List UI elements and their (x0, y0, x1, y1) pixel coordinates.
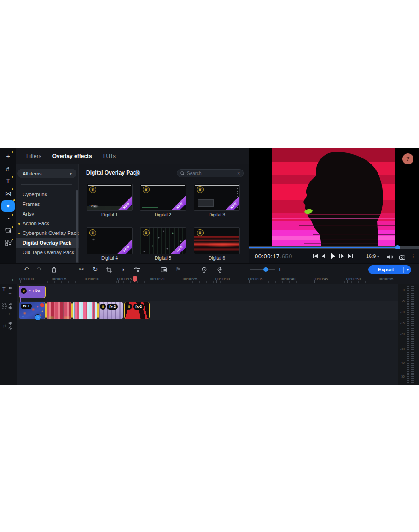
play-button[interactable] (331, 253, 335, 259)
clip-properties-button[interactable] (131, 264, 142, 275)
split-button[interactable]: ✂ (76, 264, 87, 275)
premium-crown-icon: ♛ (197, 229, 204, 236)
audio-button[interactable]: ♬ (0, 163, 16, 174)
premium-crown-icon: ♛ (89, 229, 96, 236)
clear-search-icon[interactable]: × (237, 171, 240, 176)
redo-button[interactable]: ↷ (34, 264, 45, 275)
marker-button[interactable]: ⚑ (173, 264, 184, 275)
premium-crown-icon: ♛ (197, 186, 204, 193)
export-button[interactable]: Export ▾ (368, 265, 411, 274)
chevron-down-icon: ▾ (405, 265, 411, 274)
titles-button[interactable]: T (0, 175, 16, 187)
voiceover-button[interactable] (214, 264, 225, 275)
skip-to-end-button[interactable] (348, 254, 353, 258)
zoom-out-button[interactable]: − (239, 264, 250, 275)
import-media-button[interactable]: + (0, 151, 16, 162)
video-track-arrow-icon[interactable]: ← (8, 311, 12, 316)
title-clip-like[interactable]: ♛ ◔ Like (19, 286, 46, 298)
timecode: 00:00:17.650 (255, 253, 292, 260)
effect-thumb-digital-1[interactable]: ∿∿ ♛ NEW (87, 184, 133, 211)
preview-menu-button[interactable]: ⋮ (410, 252, 416, 259)
audio-mute-icon[interactable] (8, 322, 12, 326)
timeline-zoom-slider[interactable] (250, 269, 275, 270)
tab-filters[interactable]: Filters (26, 153, 41, 159)
crop-icon (106, 267, 112, 273)
effect-store-button[interactable] (0, 226, 16, 237)
filter-dropdown[interactable]: All items ▾ (17, 169, 76, 178)
search-icon (180, 171, 185, 175)
audio-record-disabled-icon[interactable] (8, 326, 12, 332)
notification-dot (12, 214, 13, 216)
audio-track-icon: ♫ (2, 323, 6, 328)
effect-thumb-digital-6[interactable]: ♛ (194, 227, 240, 254)
zoom-slider-knob[interactable] (263, 267, 268, 272)
effect-thumb-digital-5[interactable]: ♛ NEW (140, 227, 186, 254)
notification-dot (12, 239, 13, 240)
category-list: Cyberpunk Frames Artsy Action Pack Cyber… (16, 190, 79, 257)
video-clip-1[interactable]: fx·1 ♪ (19, 302, 46, 319)
transitions-button[interactable]: ⋈ (0, 188, 16, 199)
zoom-in-button[interactable]: + (274, 264, 285, 275)
video-mute-icon[interactable] (8, 306, 12, 310)
effect-thumb-digital-4[interactable]: ♛ NEW (87, 227, 133, 254)
overlay-button[interactable] (158, 264, 169, 275)
title-sync-icon[interactable]: ↔ (8, 291, 12, 295)
notification-dot (12, 176, 13, 178)
webcam-record-button[interactable] (198, 264, 210, 275)
fx-badge: fx·2 (107, 304, 118, 310)
extensions-button[interactable] (0, 238, 16, 249)
category-item-frames[interactable]: Frames (16, 199, 79, 209)
toolbar: ↶ ↷ ✂ ↻ ◑ ⚑ − (0, 263, 419, 275)
aspect-ratio-dropdown[interactable]: 16:9 ▾ (366, 253, 379, 259)
category-item-old-tape-overlay-pack[interactable]: Old Tape Overlay Pack (16, 248, 79, 257)
tab-overlay-effects[interactable]: Overlay effects (52, 153, 92, 159)
search-input[interactable] (187, 171, 235, 176)
thumb-label: Digital 5 (140, 256, 186, 261)
category-item-action-pack[interactable]: Action Pack (16, 219, 79, 228)
volume-button[interactable] (387, 253, 393, 262)
more-tools-button[interactable]: ◔ (0, 213, 16, 224)
undo-button[interactable]: ↶ (21, 264, 32, 275)
category-item-cyberpunk-overlay-pack[interactable]: Cyberpunk Overlay Pack (16, 228, 79, 238)
playhead-line[interactable] (135, 284, 135, 385)
notification-dot (12, 226, 13, 228)
category-item-cyberpunk[interactable]: Cyberpunk (16, 190, 79, 199)
effect-thumb-digital-3[interactable]: ♛ NEW (194, 184, 240, 211)
title-visibility-icon[interactable] (8, 286, 13, 291)
skip-to-start-button[interactable] (313, 254, 318, 258)
color-adjustments-button[interactable]: ◑ (117, 264, 128, 275)
speaker-icon (387, 254, 393, 260)
sliders-icon (134, 267, 140, 272)
crop-button[interactable] (104, 264, 115, 275)
delete-button[interactable] (48, 264, 59, 275)
help-button[interactable]: ? (402, 153, 413, 164)
pack-help-icon[interactable]: ? (133, 170, 140, 176)
clock-pie-icon: ◔ (6, 215, 10, 222)
category-panel: All items ▾ Cyberpunk Frames Artsy Actio… (16, 164, 79, 263)
timecode-ms: .650 (280, 253, 292, 260)
effect-thumb-digital-2[interactable]: ♛ NEW (140, 184, 186, 211)
video-clip-2[interactable] (46, 302, 72, 319)
timeline-ruler[interactable]: ≡+ 00:00:00 00:00:05 00:00:10 00:00:15 0… (0, 275, 419, 284)
preview-panel: ? 00:00:17.650 16:9 ▾ (249, 148, 419, 263)
category-item-digital-overlay-pack[interactable]: Digital Overlay Pack (16, 238, 79, 248)
rotate-button[interactable]: ↻ (90, 264, 101, 275)
effects-button-active[interactable]: ✦ (1, 200, 15, 212)
video-clip-4[interactable]: ♛fx·2 (98, 302, 123, 319)
notification-dot (12, 151, 13, 153)
linked-audio-icon[interactable]: ♪ (35, 314, 41, 321)
add-track-button[interactable]: ≡+ (4, 276, 13, 283)
effects-tabbar: Filters Overlay effects LUTs (16, 148, 249, 164)
fx-badge: fx·1 (21, 304, 32, 309)
snapshot-button[interactable] (399, 253, 405, 262)
tab-luts[interactable]: LUTs (103, 153, 116, 159)
video-clip-3[interactable] (72, 302, 98, 319)
video-clip-5[interactable]: ♛fx·2 (124, 302, 150, 319)
webcam-icon (201, 267, 207, 273)
next-frame-button[interactable] (339, 254, 344, 258)
scrollbar[interactable] (76, 190, 78, 263)
previous-frame-button[interactable] (322, 254, 326, 258)
category-item-artsy[interactable]: Artsy (16, 209, 79, 219)
chevron-down-icon: ▾ (70, 171, 72, 176)
thumb-label: Digital 1 (87, 212, 133, 217)
